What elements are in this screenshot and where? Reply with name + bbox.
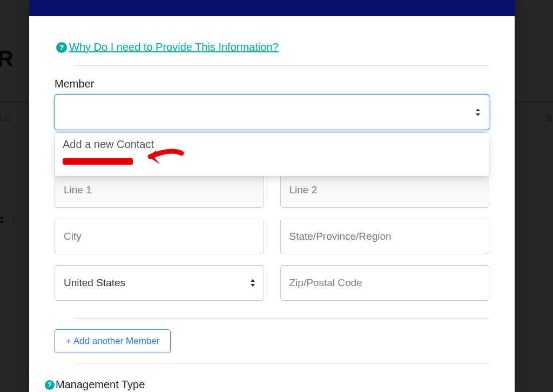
member-dropdown: Add a new Contact <box>55 132 489 177</box>
country-select[interactable]: United States <box>55 265 264 301</box>
divider <box>75 65 489 66</box>
city-input[interactable] <box>55 219 264 254</box>
divider <box>75 318 489 319</box>
modal-header-bar <box>29 0 515 16</box>
member-modal: ? Why Do I need to Provide This Informat… <box>29 0 515 392</box>
why-provide-info-link[interactable]: ? Why Do I need to Provide This Informat… <box>56 41 279 53</box>
country-value: United States <box>64 277 125 289</box>
add-another-member-button[interactable]: + Add another Member <box>55 329 171 353</box>
zip-input[interactable] <box>280 265 490 301</box>
select-caret-icon <box>476 109 480 116</box>
question-circle-icon: ? <box>56 42 67 53</box>
divider <box>75 363 489 363</box>
help-link-text: Why Do I need to Provide This Informatio… <box>69 41 279 53</box>
member-select[interactable]: Add a new Contact <box>55 94 489 130</box>
select-caret-icon <box>251 279 255 287</box>
address-line2-input[interactable] <box>280 172 490 208</box>
redaction-mark <box>63 158 133 165</box>
management-type-text: Management Type <box>56 379 145 391</box>
management-type-label: ? Management Type <box>45 379 489 391</box>
question-circle-icon[interactable]: ? <box>45 380 55 390</box>
dropdown-add-new-contact[interactable]: Add a new Contact <box>55 135 489 154</box>
address-line1-input[interactable] <box>55 172 264 208</box>
state-input[interactable] <box>280 219 490 254</box>
member-label: Member <box>55 78 489 90</box>
dropdown-existing-contact-redacted[interactable] <box>55 154 489 171</box>
